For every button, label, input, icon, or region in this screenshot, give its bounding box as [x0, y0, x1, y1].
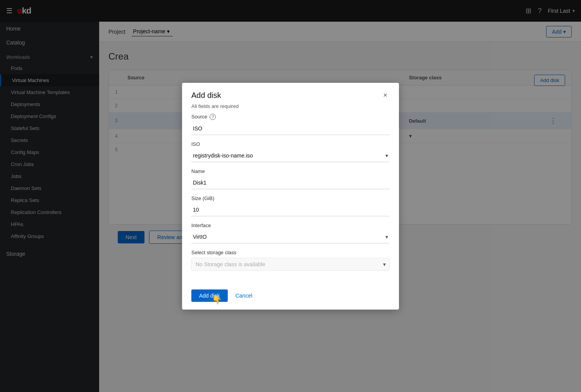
- interface-select[interactable]: VirtIO: [191, 231, 390, 243]
- iso-select[interactable]: registrydisk-iso-name.iso: [191, 149, 390, 162]
- modal-footer: Add disk 👇 Cancel: [182, 283, 399, 310]
- modal-required-text: All fields are required: [182, 103, 399, 114]
- storage-class-label: Select storage class: [191, 250, 390, 255]
- modal-header: Add disk ×: [182, 83, 399, 103]
- interface-select-wrapper: VirtIO ▾: [191, 231, 390, 243]
- source-field-group: Source ?: [191, 114, 390, 135]
- modal-add-disk-button[interactable]: Add disk: [191, 289, 228, 302]
- modal-body: Source ? ISO registrydisk-iso-name.iso ▾: [182, 114, 399, 283]
- modal-title: Add disk: [191, 91, 221, 100]
- interface-field-group: Interface VirtIO ▾: [191, 223, 390, 243]
- source-input[interactable]: [191, 122, 390, 135]
- storage-class-select[interactable]: No Storage class is available: [191, 258, 390, 271]
- modal-overlay: Add disk × All fields are required Sourc…: [0, 0, 581, 392]
- size-label: Size (GiB): [191, 195, 390, 201]
- iso-select-wrapper: registrydisk-iso-name.iso ▾: [191, 149, 390, 162]
- name-input[interactable]: [191, 176, 390, 189]
- interface-label: Interface: [191, 223, 390, 228]
- size-input[interactable]: [191, 204, 390, 216]
- name-label: Name: [191, 168, 390, 174]
- source-label: Source ?: [191, 114, 390, 120]
- modal-cancel-button[interactable]: Cancel: [232, 289, 256, 302]
- iso-label: ISO: [191, 141, 390, 147]
- storage-class-select-wrapper: No Storage class is available ▾: [191, 258, 390, 271]
- source-help-icon[interactable]: ?: [210, 114, 216, 120]
- iso-field-group: ISO registrydisk-iso-name.iso ▾: [191, 141, 390, 162]
- modal-close-button[interactable]: ×: [381, 91, 390, 100]
- name-field-group: Name: [191, 168, 390, 189]
- storage-class-field-group: Select storage class No Storage class is…: [191, 250, 390, 271]
- add-disk-modal: Add disk × All fields are required Sourc…: [182, 83, 399, 310]
- size-field-group: Size (GiB): [191, 195, 390, 216]
